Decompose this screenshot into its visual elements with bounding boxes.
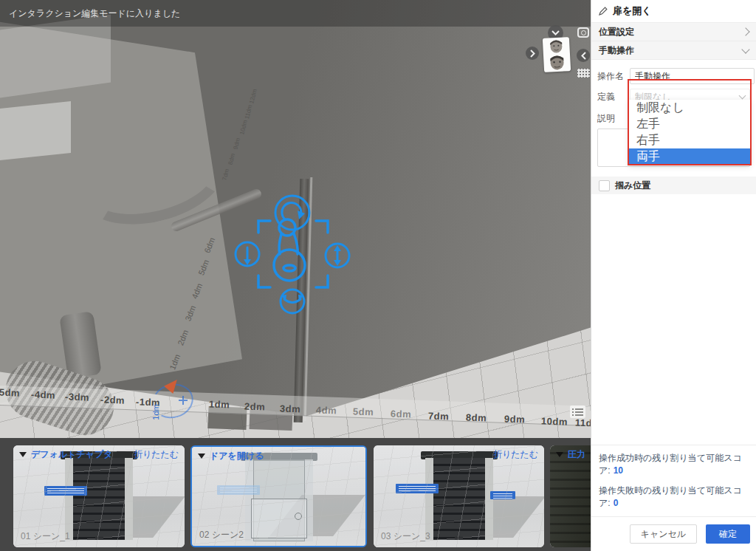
app-window: -5dm -4dm -3dm -2dm -1dm 1dm 2dm 3dm 4dm… xyxy=(0,0,756,551)
chapter-title[interactable]: 圧力 xyxy=(568,448,585,461)
axis-label: 5dm xyxy=(353,406,374,418)
dropdown-option[interactable]: 左手 xyxy=(629,116,750,132)
collapse-link[interactable]: 折りたたむ xyxy=(134,448,179,461)
scene-filmstrip: デフォルトチャプタ 折りたたむ 01 シーン_1 ドアを開ける 02 シーン2 xyxy=(0,438,591,551)
section-position-settings[interactable]: 位置設定 xyxy=(591,23,756,41)
axis-label: -2dm xyxy=(100,394,126,405)
bracket-bottom-right xyxy=(316,276,328,287)
cancel-button[interactable]: キャンセル xyxy=(630,524,697,544)
avatar-thumbnails[interactable] xyxy=(543,37,571,72)
fail-score-value: 0 xyxy=(614,498,619,508)
3d-viewport[interactable]: -5dm -4dm -3dm -2dm -1dm 1dm 2dm 3dm 4dm… xyxy=(0,0,591,438)
chevron-down-icon xyxy=(551,30,560,35)
panel-footer: 操作成功時の残り割り当て可能スコア:10 操作失敗時の残り割り当て可能スコア:0… xyxy=(591,445,756,551)
label-sign xyxy=(44,486,87,496)
fail-score-line: 操作失敗時の残り割り当て可能スコア:0 xyxy=(599,485,749,510)
bracket-top-left xyxy=(258,221,270,233)
grab-position-label: 掴み位置 xyxy=(615,179,650,192)
axis-label: 4dm xyxy=(316,405,337,417)
chevron-right-icon xyxy=(530,49,535,58)
axis-label: 3dm xyxy=(280,403,301,415)
bracket-top-right xyxy=(316,221,328,233)
label-sign xyxy=(490,491,515,499)
collapse-link[interactable]: 折りたたむ xyxy=(493,448,538,461)
chapter-title[interactable]: デフォルトチャプタ xyxy=(31,448,113,461)
panel-title: 扉を開く xyxy=(613,4,652,18)
axis-label: -5dm xyxy=(0,386,20,398)
grab-position-checkbox[interactable] xyxy=(599,180,610,191)
operation-name-input[interactable] xyxy=(630,68,755,84)
axis-label: -4dm xyxy=(31,389,56,400)
chapter-caret-icon[interactable] xyxy=(556,452,563,457)
chapter-title[interactable]: ドアを開ける xyxy=(210,450,264,462)
label-sign xyxy=(396,484,439,493)
origin-cross-icon xyxy=(179,396,188,405)
success-score-line: 操作成功時の残り割り当て可能スコア:10 xyxy=(599,452,749,477)
axis-label: 7dm xyxy=(428,411,450,422)
pan-right-button[interactable] xyxy=(526,47,539,60)
grab-position-row: 掴み位置 xyxy=(591,177,756,194)
axis-label: 2dm xyxy=(244,401,266,413)
transparent-rack-model xyxy=(245,453,313,541)
keyboard-icon[interactable] xyxy=(577,69,590,78)
rack-model xyxy=(425,451,493,540)
define-dropdown-menu: 制限なし 左手 右手 両手 xyxy=(629,100,750,165)
scene-card-3[interactable]: 折りたたむ 03 シーン_3 xyxy=(374,445,544,547)
scene-label: 01 シーン_1 xyxy=(21,530,70,543)
rack-model xyxy=(65,451,133,540)
origin-marker: 1dm xyxy=(146,375,199,433)
scene-card-2-selected[interactable]: ドアを開ける 02 シーン2 xyxy=(190,445,367,547)
confirm-button[interactable]: 確定 xyxy=(706,524,750,544)
camera-icon[interactable] xyxy=(577,27,589,38)
interaction-gizmo[interactable] xyxy=(233,189,354,318)
axis-label: 10dm xyxy=(541,415,568,427)
pan-left-button[interactable] xyxy=(577,49,590,62)
axis-label: 9dm xyxy=(504,414,526,425)
axis-label: 6dm xyxy=(391,408,412,420)
axis-label: 1dm xyxy=(209,399,230,411)
avatar-head-icon xyxy=(546,39,566,54)
success-score-value: 10 xyxy=(614,465,623,476)
section-manual-operation[interactable]: 手動操作 xyxy=(591,41,756,60)
avatar-head-icon xyxy=(547,55,567,70)
bracket-bottom-left xyxy=(258,276,270,287)
chapter-caret-icon[interactable] xyxy=(198,454,205,459)
define-label: 定義 xyxy=(597,91,630,103)
interaction-edit-panel: 扉を開く 位置設定 手動操作 操作名 定義 制限なし 説明 xyxy=(591,0,756,551)
axis-label: -3dm xyxy=(65,391,90,403)
operation-name-label: 操作名 xyxy=(597,70,630,83)
scene-label: 02 シーン2 xyxy=(199,529,244,541)
toast-message: インタラクション編集モードに入りました xyxy=(0,0,591,27)
chevron-left-icon xyxy=(581,52,586,60)
scene-card-4-partial[interactable]: 圧力 xyxy=(550,445,591,547)
origin-label: 1dm xyxy=(151,404,160,420)
chevron-right-icon xyxy=(741,27,749,35)
axis-label: 11dm xyxy=(575,417,591,428)
scene-card-1[interactable]: デフォルトチャプタ 折りたたむ 01 シーン_1 xyxy=(13,445,185,547)
axis-label: 8dm xyxy=(466,412,487,424)
dropdown-option[interactable]: 右手 xyxy=(629,132,750,148)
dropdown-option[interactable]: 制限なし xyxy=(629,100,750,116)
chapter-caret-icon[interactable] xyxy=(19,452,27,457)
label-sign xyxy=(217,485,260,495)
scene-list-icon[interactable] xyxy=(570,405,585,418)
scene-label: 03 シーン_3 xyxy=(381,530,430,543)
glass-panel xyxy=(0,101,71,160)
chevron-down-icon xyxy=(741,45,749,53)
edit-pencil-icon xyxy=(599,7,608,16)
dropdown-option-selected[interactable]: 両手 xyxy=(629,148,750,165)
chevron-down-icon xyxy=(739,92,746,100)
